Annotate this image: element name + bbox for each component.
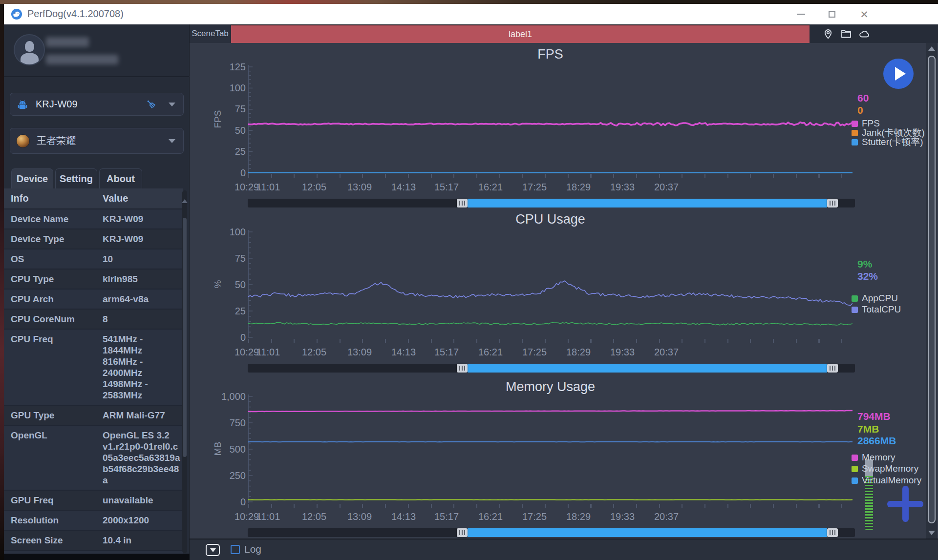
usb-icon[interactable] xyxy=(145,98,158,111)
chart-plot[interactable] xyxy=(248,63,853,177)
chevron-down-icon[interactable] xyxy=(169,103,175,106)
x-axis-tick-label: 15:17 xyxy=(426,182,467,193)
legend-swatch xyxy=(852,466,858,472)
scroll-up-arrow-icon[interactable] xyxy=(928,46,935,51)
perfdog-app-window: PerfDog(v4.1.200708) ✕ KRJ-W09 xyxy=(0,0,938,560)
x-axis-tick-label: 16:21 xyxy=(470,511,511,522)
y-axis-tick-label: 0 xyxy=(197,332,246,343)
scrollbar-left-handle[interactable] xyxy=(457,528,468,537)
minimize-button[interactable] xyxy=(789,4,812,24)
table-row[interactable]: CPU CoreNum8 xyxy=(4,310,183,330)
add-chart-button[interactable] xyxy=(887,486,923,522)
table-row[interactable]: OpenGLOpenGL ES 3.2 v1.r21p0-01rel0.c 05… xyxy=(4,426,183,491)
scrollbar-right-handle[interactable] xyxy=(827,199,838,207)
legend-item[interactable]: Stutter(卡顿率) xyxy=(852,138,923,146)
scrollbar-selected-range[interactable] xyxy=(468,364,827,373)
vertical-scrollbar-thumb[interactable] xyxy=(928,56,936,523)
x-axis-tick-label: 20:37 xyxy=(646,511,687,522)
y-axis-unit-label: % xyxy=(213,270,223,299)
grip-icon xyxy=(459,201,465,206)
location-pin-icon[interactable] xyxy=(822,28,834,40)
legend-swatch xyxy=(852,455,858,461)
scene-label-banner[interactable]: label1 xyxy=(231,24,810,43)
info-label: Device Type xyxy=(4,229,94,249)
scroll-up-arrow-icon[interactable] xyxy=(182,199,188,203)
chart-time-scrollbar[interactable] xyxy=(248,528,855,537)
device-select[interactable]: KRJ-W09 xyxy=(10,93,184,116)
game-select[interactable]: 王者荣耀 xyxy=(10,128,184,154)
scrollbar-left-handle[interactable] xyxy=(457,364,468,373)
table-row[interactable]: CPU Typekirin985 xyxy=(4,270,183,290)
desktop-background-left xyxy=(0,4,4,560)
series-current-value: 0 xyxy=(857,104,863,116)
chevron-down-icon[interactable] xyxy=(169,139,175,143)
legend-label: Memory xyxy=(862,452,895,463)
scrollbar-selected-range[interactable] xyxy=(468,199,827,207)
table-row[interactable]: CPU Freq541MHz - 1844MHz 816MHz - 2400MH… xyxy=(4,330,183,406)
series-current-value: 9% xyxy=(857,258,872,270)
legend-item[interactable]: TotalCPU xyxy=(852,305,901,314)
legend-item[interactable]: Memory xyxy=(852,453,895,462)
legend-item[interactable]: SwapMemory xyxy=(852,464,918,473)
info-label: GPU Type xyxy=(4,406,94,425)
x-axis-tick-label: 12:05 xyxy=(294,182,335,193)
table-row[interactable]: CPU Archarm64-v8a xyxy=(4,290,183,310)
info-value: kirin985 xyxy=(94,270,183,289)
divider xyxy=(4,76,190,77)
scrollbar-selected-range[interactable] xyxy=(468,528,827,537)
chart-plot[interactable] xyxy=(248,394,853,507)
scroll-down-arrow-icon[interactable] xyxy=(928,531,935,535)
table-row[interactable]: OS10 xyxy=(4,249,183,270)
legend-item[interactable]: VirtualMemory xyxy=(852,476,921,485)
info-label: Device Name xyxy=(4,209,94,228)
folder-icon[interactable] xyxy=(840,28,852,40)
titlebar[interactable]: PerfDog(v4.1.200708) ✕ xyxy=(4,4,938,24)
scrollbar-right-handle[interactable] xyxy=(827,364,838,373)
y-axis-tick-label: 75 xyxy=(197,252,246,264)
table-row[interactable]: Screen Size10.4 in xyxy=(4,531,183,551)
sidebar-scrollbar[interactable] xyxy=(182,190,187,553)
y-axis-tick-label: 25 xyxy=(197,145,246,157)
sidebar-bottom-edge xyxy=(4,554,190,560)
y-axis-unit-label: FPS xyxy=(213,104,223,134)
x-axis-tick-label: 12:05 xyxy=(294,347,335,358)
sidebar-scrollbar-thumb[interactable] xyxy=(183,218,187,457)
expand-panel-button[interactable] xyxy=(206,544,220,556)
tab-setting[interactable]: Setting xyxy=(55,168,97,188)
grip-icon xyxy=(459,366,465,371)
table-row[interactable]: Resolution2000x1200 xyxy=(4,511,183,531)
x-axis-tick-label: 13:09 xyxy=(339,182,380,193)
y-axis-tick-label: 0 xyxy=(197,496,246,508)
close-button[interactable]: ✕ xyxy=(853,4,875,24)
chart-time-scrollbar[interactable] xyxy=(248,364,855,373)
chart-time-scrollbar[interactable] xyxy=(248,199,855,207)
chart-plot[interactable] xyxy=(248,229,853,342)
game-select-value: 王者荣耀 xyxy=(37,134,76,147)
log-checkbox[interactable] xyxy=(231,545,240,554)
perfdog-logo-icon xyxy=(11,8,22,20)
series-line-AppCPU xyxy=(248,323,853,325)
grip-icon xyxy=(830,201,835,206)
y-axis-tick-label: 100 xyxy=(197,82,246,94)
cloud-icon[interactable] xyxy=(858,28,870,40)
table-row[interactable]: GPU TypeARM Mali-G77 xyxy=(4,406,183,426)
scrollbar-left-handle[interactable] xyxy=(457,199,468,207)
table-row[interactable]: Device NameKRJ-W09 xyxy=(4,209,183,229)
tab-device[interactable]: Device xyxy=(11,168,53,188)
x-axis-tick-label: 19:33 xyxy=(602,182,643,193)
maximize-button[interactable] xyxy=(821,4,843,24)
play-button[interactable] xyxy=(883,59,914,89)
table-row[interactable]: Device TypeKRJ-W09 xyxy=(4,229,183,249)
info-value: OpenGL ES 3.2 v1.r21p0-01rel0.c 05a3eec5… xyxy=(94,426,183,490)
table-row[interactable]: GPU Frequnavailable xyxy=(4,491,183,511)
x-axis-tick-label: 18:29 xyxy=(558,347,599,358)
x-axis-tick-label: 19:33 xyxy=(602,347,643,358)
scrollbar-right-handle[interactable] xyxy=(827,528,838,537)
tab-about[interactable]: About xyxy=(99,168,142,188)
scene-toolbar xyxy=(822,24,870,43)
legend-item[interactable]: AppCPU xyxy=(852,294,898,303)
user-avatar[interactable] xyxy=(14,34,45,65)
sidebar: KRJ-W09 王者荣耀 Device Setting About xyxy=(4,24,190,560)
x-axis-tick-label: 14:13 xyxy=(383,347,424,358)
charts-vertical-scrollbar[interactable] xyxy=(926,43,937,539)
